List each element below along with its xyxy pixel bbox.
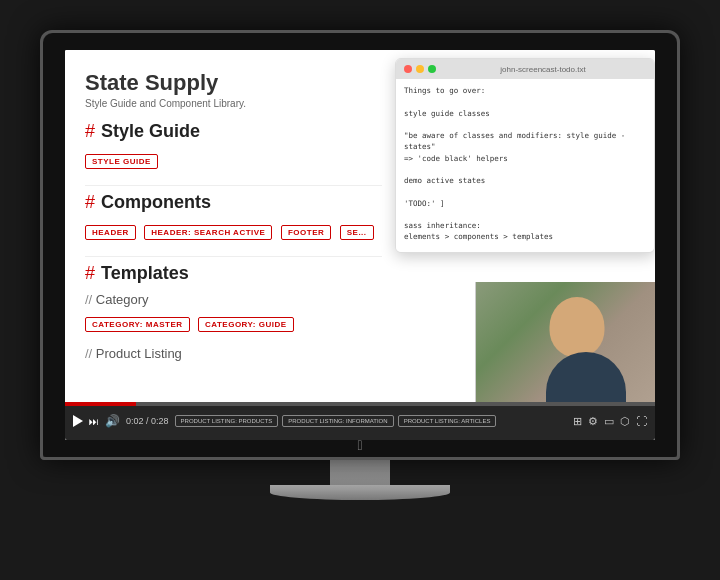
airplay-icon[interactable]: ⬡	[620, 415, 630, 428]
components-section: # Components HEADER HEADER: SEARCH ACTIV…	[85, 192, 415, 246]
person-head	[549, 297, 604, 357]
play-icon	[73, 415, 83, 427]
minimize-traffic-light[interactable]	[416, 65, 424, 73]
page-content: State Supply Style Guide and Component L…	[65, 50, 435, 390]
webcam-overlay	[475, 282, 655, 402]
screen: State Supply Style Guide and Component L…	[65, 50, 655, 440]
play-button[interactable]	[73, 415, 83, 427]
code-line-1: Things to go over:	[404, 85, 646, 96]
templates-heading: # Templates	[85, 263, 415, 284]
video-controls[interactable]: ⏭ 🔊 0:02 / 0:28 PRODUCT LISTING: PRODUCT…	[65, 402, 655, 440]
category-guide-tag[interactable]: CATEGORY: GUIDE	[198, 317, 294, 332]
code-editor-titlebar: john-screencast-todo.txt	[396, 59, 654, 79]
volume-button[interactable]: 🔊	[105, 414, 120, 428]
code-line-7	[404, 164, 646, 175]
person-body	[546, 352, 626, 402]
close-traffic-light[interactable]	[404, 65, 412, 73]
divider-1	[85, 185, 382, 186]
monitor-neck	[330, 460, 390, 485]
header-search-tag[interactable]: HEADER: SEARCH ACTIVE	[144, 225, 272, 240]
code-line-6: => 'code black' helpers	[404, 153, 646, 164]
skip-forward-icon: ⏭	[89, 416, 99, 427]
page-title: State Supply	[85, 70, 415, 96]
timeline-btn-articles[interactable]: PRODUCT LISTING: ARTICLES	[398, 415, 497, 427]
fullscreen-icon[interactable]: ⛶	[636, 415, 647, 427]
code-line-3: style guide classes	[404, 108, 646, 119]
progress-bar-fill	[65, 402, 136, 406]
templates-section: # Templates // Category CATEGORY: MASTER…	[85, 263, 415, 361]
code-line-9	[404, 186, 646, 197]
monitor: State Supply Style Guide and Component L…	[30, 30, 690, 550]
code-line-4	[404, 119, 646, 130]
monitor-base	[270, 485, 450, 500]
webcam-person	[476, 282, 655, 402]
maximize-traffic-light[interactable]	[428, 65, 436, 73]
skip-button[interactable]: ⏭	[89, 416, 99, 427]
timeline-btn-information[interactable]: PRODUCT LISTING: INFORMATION	[282, 415, 393, 427]
time-display: 0:02 / 0:28	[126, 416, 169, 426]
slash-icon-2: //	[85, 346, 96, 361]
style-guide-section: # Style Guide STYLE GUIDE	[85, 121, 415, 175]
templates-label: Templates	[101, 263, 189, 284]
product-listing-subsection-heading: // Product Listing	[85, 346, 415, 361]
timeline-buttons: PRODUCT LISTING: PRODUCTS PRODUCT LISTIN…	[175, 415, 567, 427]
progress-bar-container[interactable]	[65, 402, 655, 406]
slash-icon: //	[85, 292, 96, 307]
code-line-14	[404, 243, 646, 253]
code-line-12: sass inheritance:	[404, 220, 646, 231]
right-controls: ⊞ ⚙ ▭ ⬡ ⛶	[573, 415, 647, 428]
components-label: Components	[101, 192, 211, 213]
style-guide-tag[interactable]: STYLE GUIDE	[85, 154, 158, 169]
category-subsection-heading: // Category	[85, 292, 415, 307]
style-guide-heading: # Style Guide	[85, 121, 415, 142]
code-line-13: elements > components > templates	[404, 231, 646, 242]
footer-tag[interactable]: FOOTER	[281, 225, 331, 240]
subtitles-icon[interactable]: ⊞	[573, 415, 582, 428]
extra-tag[interactable]: SE...	[340, 225, 374, 240]
code-line-10: 'TODO:' ]	[404, 198, 646, 209]
hash-icon: #	[85, 121, 95, 142]
time-total: 0:28	[151, 416, 169, 426]
editor-filename: john-screencast-todo.txt	[500, 65, 585, 74]
style-guide-label: Style Guide	[101, 121, 200, 142]
product-listing-label: Product Listing	[96, 346, 182, 361]
hash-icon-3: #	[85, 263, 95, 284]
code-editor-body: Things to go over: style guide classes "…	[396, 79, 654, 252]
apple-logo: 	[357, 437, 362, 453]
code-line-5: "be aware of classes and modifiers: styl…	[404, 130, 646, 153]
header-tag[interactable]: HEADER	[85, 225, 136, 240]
video-content: State Supply Style Guide and Component L…	[65, 50, 655, 440]
monitor-bezel: State Supply Style Guide and Component L…	[43, 33, 677, 457]
page-subtitle: Style Guide and Component Library.	[85, 98, 415, 109]
hash-icon-2: #	[85, 192, 95, 213]
components-heading: # Components	[85, 192, 415, 213]
category-label: Category	[96, 292, 149, 307]
category-master-tag[interactable]: CATEGORY: MASTER	[85, 317, 190, 332]
monitor-body: State Supply Style Guide and Component L…	[40, 30, 680, 460]
code-line-2	[404, 96, 646, 107]
settings-icon[interactable]: ⚙	[588, 415, 598, 428]
timeline-btn-products[interactable]: PRODUCT LISTING: PRODUCTS	[175, 415, 279, 427]
pip-icon[interactable]: ▭	[604, 415, 614, 428]
volume-icon: 🔊	[105, 414, 120, 428]
code-line-8: demo active states	[404, 175, 646, 186]
code-line-11	[404, 209, 646, 220]
code-editor: john-screencast-todo.txt Things to go ov…	[395, 58, 655, 253]
divider-2	[85, 256, 382, 257]
time-current: 0:02	[126, 416, 144, 426]
